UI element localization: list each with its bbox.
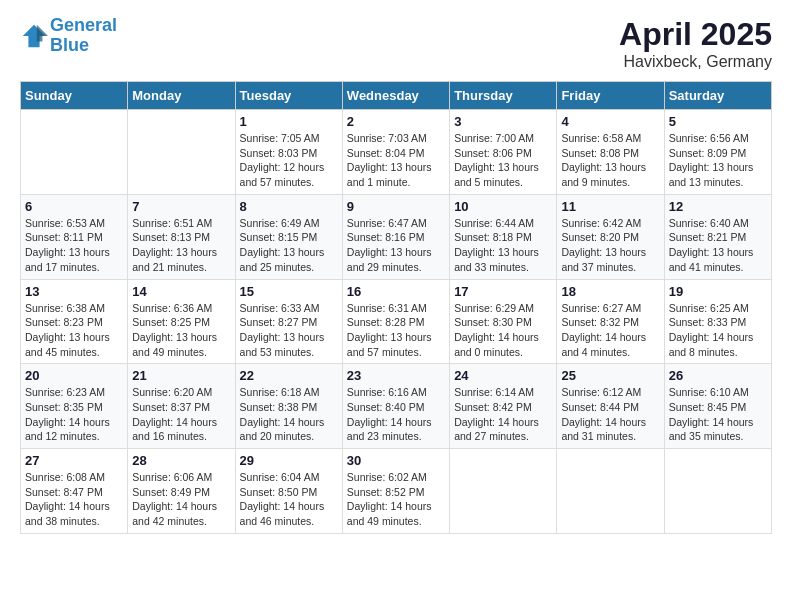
day-cell: 15Sunrise: 6:33 AMSunset: 8:27 PMDayligh… [235,279,342,364]
day-cell: 23Sunrise: 6:16 AMSunset: 8:40 PMDayligh… [342,364,449,449]
day-cell: 7Sunrise: 6:51 AMSunset: 8:13 PMDaylight… [128,194,235,279]
day-number: 20 [25,368,123,383]
day-cell: 1Sunrise: 7:05 AMSunset: 8:03 PMDaylight… [235,110,342,195]
day-info: Sunrise: 6:27 AMSunset: 8:32 PMDaylight:… [561,301,659,360]
day-number: 3 [454,114,552,129]
day-cell: 13Sunrise: 6:38 AMSunset: 8:23 PMDayligh… [21,279,128,364]
day-info: Sunrise: 6:10 AMSunset: 8:45 PMDaylight:… [669,385,767,444]
day-info: Sunrise: 6:42 AMSunset: 8:20 PMDaylight:… [561,216,659,275]
day-cell: 20Sunrise: 6:23 AMSunset: 8:35 PMDayligh… [21,364,128,449]
logo: General Blue [20,16,117,56]
day-number: 23 [347,368,445,383]
week-row-4: 20Sunrise: 6:23 AMSunset: 8:35 PMDayligh… [21,364,772,449]
day-number: 12 [669,199,767,214]
column-header-monday: Monday [128,82,235,110]
day-info: Sunrise: 6:20 AMSunset: 8:37 PMDaylight:… [132,385,230,444]
day-number: 14 [132,284,230,299]
logo-text: General Blue [50,16,117,56]
day-number: 29 [240,453,338,468]
day-number: 30 [347,453,445,468]
day-cell [21,110,128,195]
day-info: Sunrise: 7:05 AMSunset: 8:03 PMDaylight:… [240,131,338,190]
column-header-thursday: Thursday [450,82,557,110]
day-cell: 3Sunrise: 7:00 AMSunset: 8:06 PMDaylight… [450,110,557,195]
day-cell: 17Sunrise: 6:29 AMSunset: 8:30 PMDayligh… [450,279,557,364]
day-cell: 29Sunrise: 6:04 AMSunset: 8:50 PMDayligh… [235,449,342,534]
day-number: 16 [347,284,445,299]
day-number: 27 [25,453,123,468]
day-cell: 27Sunrise: 6:08 AMSunset: 8:47 PMDayligh… [21,449,128,534]
week-row-3: 13Sunrise: 6:38 AMSunset: 8:23 PMDayligh… [21,279,772,364]
column-header-saturday: Saturday [664,82,771,110]
day-number: 2 [347,114,445,129]
day-info: Sunrise: 6:47 AMSunset: 8:16 PMDaylight:… [347,216,445,275]
day-cell: 8Sunrise: 6:49 AMSunset: 8:15 PMDaylight… [235,194,342,279]
day-cell: 25Sunrise: 6:12 AMSunset: 8:44 PMDayligh… [557,364,664,449]
subtitle: Havixbeck, Germany [619,53,772,71]
day-cell: 12Sunrise: 6:40 AMSunset: 8:21 PMDayligh… [664,194,771,279]
day-info: Sunrise: 6:14 AMSunset: 8:42 PMDaylight:… [454,385,552,444]
day-number: 13 [25,284,123,299]
day-number: 26 [669,368,767,383]
day-cell [557,449,664,534]
day-info: Sunrise: 6:18 AMSunset: 8:38 PMDaylight:… [240,385,338,444]
day-cell: 30Sunrise: 6:02 AMSunset: 8:52 PMDayligh… [342,449,449,534]
logo-general: General [50,15,117,35]
day-cell [664,449,771,534]
day-number: 17 [454,284,552,299]
day-number: 6 [25,199,123,214]
day-number: 22 [240,368,338,383]
main-title: April 2025 [619,16,772,53]
day-cell [450,449,557,534]
day-number: 1 [240,114,338,129]
day-info: Sunrise: 6:02 AMSunset: 8:52 PMDaylight:… [347,470,445,529]
day-info: Sunrise: 6:53 AMSunset: 8:11 PMDaylight:… [25,216,123,275]
column-header-friday: Friday [557,82,664,110]
day-info: Sunrise: 6:51 AMSunset: 8:13 PMDaylight:… [132,216,230,275]
day-number: 21 [132,368,230,383]
day-number: 11 [561,199,659,214]
day-number: 28 [132,453,230,468]
day-number: 15 [240,284,338,299]
day-info: Sunrise: 6:56 AMSunset: 8:09 PMDaylight:… [669,131,767,190]
day-info: Sunrise: 7:03 AMSunset: 8:04 PMDaylight:… [347,131,445,190]
day-cell: 18Sunrise: 6:27 AMSunset: 8:32 PMDayligh… [557,279,664,364]
column-header-tuesday: Tuesday [235,82,342,110]
week-row-5: 27Sunrise: 6:08 AMSunset: 8:47 PMDayligh… [21,449,772,534]
svg-marker-1 [37,25,48,42]
day-number: 5 [669,114,767,129]
day-info: Sunrise: 6:08 AMSunset: 8:47 PMDaylight:… [25,470,123,529]
day-number: 8 [240,199,338,214]
day-info: Sunrise: 6:23 AMSunset: 8:35 PMDaylight:… [25,385,123,444]
day-info: Sunrise: 6:25 AMSunset: 8:33 PMDaylight:… [669,301,767,360]
day-cell: 6Sunrise: 6:53 AMSunset: 8:11 PMDaylight… [21,194,128,279]
day-cell: 2Sunrise: 7:03 AMSunset: 8:04 PMDaylight… [342,110,449,195]
day-number: 18 [561,284,659,299]
day-cell: 14Sunrise: 6:36 AMSunset: 8:25 PMDayligh… [128,279,235,364]
day-number: 19 [669,284,767,299]
day-cell: 21Sunrise: 6:20 AMSunset: 8:37 PMDayligh… [128,364,235,449]
day-cell: 11Sunrise: 6:42 AMSunset: 8:20 PMDayligh… [557,194,664,279]
title-block: April 2025 Havixbeck, Germany [619,16,772,71]
day-number: 24 [454,368,552,383]
logo-icon [20,22,48,50]
day-cell: 26Sunrise: 6:10 AMSunset: 8:45 PMDayligh… [664,364,771,449]
day-cell: 4Sunrise: 6:58 AMSunset: 8:08 PMDaylight… [557,110,664,195]
day-info: Sunrise: 6:29 AMSunset: 8:30 PMDaylight:… [454,301,552,360]
day-number: 25 [561,368,659,383]
day-info: Sunrise: 6:49 AMSunset: 8:15 PMDaylight:… [240,216,338,275]
day-cell: 16Sunrise: 6:31 AMSunset: 8:28 PMDayligh… [342,279,449,364]
day-number: 4 [561,114,659,129]
day-info: Sunrise: 6:40 AMSunset: 8:21 PMDaylight:… [669,216,767,275]
header: General Blue April 2025 Havixbeck, Germa… [20,16,772,71]
week-row-1: 1Sunrise: 7:05 AMSunset: 8:03 PMDaylight… [21,110,772,195]
day-info: Sunrise: 6:06 AMSunset: 8:49 PMDaylight:… [132,470,230,529]
day-info: Sunrise: 6:12 AMSunset: 8:44 PMDaylight:… [561,385,659,444]
page: General Blue April 2025 Havixbeck, Germa… [0,0,792,550]
day-info: Sunrise: 6:58 AMSunset: 8:08 PMDaylight:… [561,131,659,190]
day-info: Sunrise: 6:04 AMSunset: 8:50 PMDaylight:… [240,470,338,529]
day-cell: 24Sunrise: 6:14 AMSunset: 8:42 PMDayligh… [450,364,557,449]
day-info: Sunrise: 6:38 AMSunset: 8:23 PMDaylight:… [25,301,123,360]
day-info: Sunrise: 6:16 AMSunset: 8:40 PMDaylight:… [347,385,445,444]
day-info: Sunrise: 6:36 AMSunset: 8:25 PMDaylight:… [132,301,230,360]
